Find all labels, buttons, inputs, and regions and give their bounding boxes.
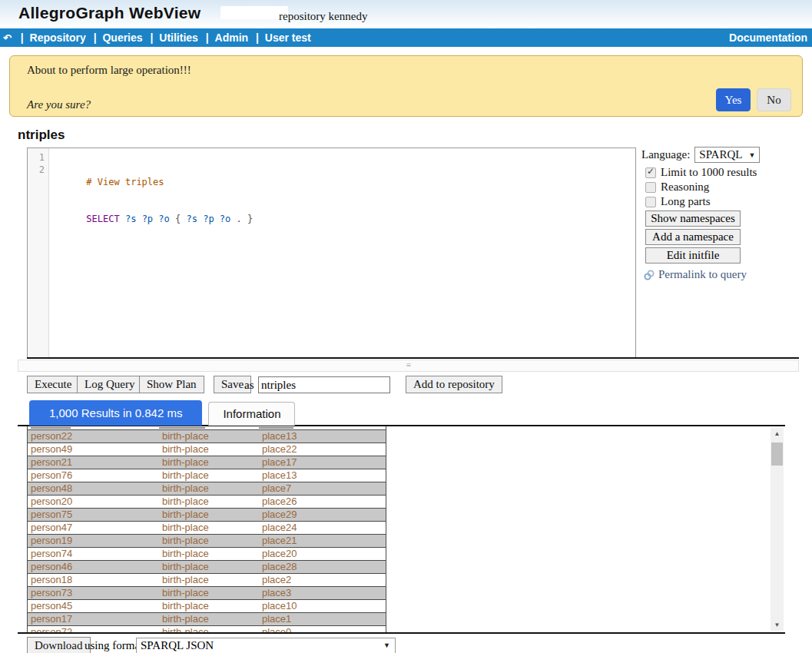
subject-cell[interactable]: person72 bbox=[31, 626, 162, 634]
subject-cell[interactable]: person73 bbox=[31, 587, 162, 599]
no-button[interactable]: No bbox=[757, 88, 791, 111]
object-cell[interactable]: place24 bbox=[262, 522, 386, 534]
subject-cell[interactable]: person17 bbox=[31, 613, 162, 625]
add-to-repository-button[interactable]: Add to repository bbox=[406, 376, 502, 393]
subject-cell[interactable]: person19 bbox=[31, 535, 162, 547]
table-row[interactable]: person47 birth-place place24 bbox=[28, 522, 386, 535]
object-cell[interactable]: place17 bbox=[262, 456, 386, 469]
yes-button[interactable]: Yes bbox=[716, 88, 751, 111]
table-row[interactable]: person46 birth-place place28 bbox=[28, 561, 386, 574]
checkbox-icon[interactable] bbox=[645, 197, 656, 207]
documentation-link[interactable]: Documentation bbox=[729, 28, 807, 47]
predicate-cell[interactable]: birth-place bbox=[162, 561, 262, 573]
predicate-cell[interactable]: birth-place bbox=[162, 587, 262, 599]
table-row[interactable]: person73 birth-place place3 bbox=[28, 587, 386, 600]
language-select[interactable]: SPARQL ▼ bbox=[694, 147, 760, 163]
predicate-cell[interactable]: birth-place bbox=[162, 482, 262, 495]
table-row[interactable]: person17 birth-place place1 bbox=[28, 613, 386, 626]
predicate-cell[interactable]: birth-place bbox=[162, 548, 262, 560]
object-cell[interactable]: place26 bbox=[262, 496, 386, 508]
subject-cell[interactable]: person20 bbox=[31, 496, 162, 508]
subject-cell[interactable]: person45 bbox=[31, 600, 162, 612]
execute-button[interactable]: Execute bbox=[27, 376, 79, 393]
predicate-cell[interactable]: birth-place bbox=[162, 522, 262, 534]
table-row[interactable]: person18 birth-place place2 bbox=[28, 574, 386, 587]
table-row[interactable]: person75 birth-place place29 bbox=[28, 509, 386, 522]
scroll-down-icon[interactable]: ▼ bbox=[771, 619, 784, 631]
checkbox-icon[interactable] bbox=[645, 182, 656, 193]
sidebar-button[interactable]: Edit initfile bbox=[645, 247, 741, 264]
object-cell[interactable]: place20 bbox=[262, 548, 386, 560]
object-cell[interactable]: place2 bbox=[262, 574, 386, 586]
editor-resize-handle[interactable]: ≡ bbox=[18, 360, 799, 372]
object-cell[interactable]: place21 bbox=[262, 535, 386, 547]
log-query-button[interactable]: Log Query bbox=[77, 376, 142, 393]
table-row[interactable]: person22 birth-place place13 bbox=[28, 430, 386, 443]
predicate-cell[interactable]: birth-place bbox=[162, 456, 262, 469]
predicate-cell[interactable]: birth-place bbox=[162, 443, 262, 456]
nav-item[interactable]: Queries bbox=[89, 28, 143, 47]
format-select[interactable]: SPARQL JSON ▼ bbox=[136, 638, 396, 653]
object-cell[interactable]: place10 bbox=[262, 600, 386, 612]
scrollbar-thumb[interactable] bbox=[771, 443, 783, 466]
option-checkbox-row[interactable]: Long parts bbox=[645, 195, 809, 208]
scroll-up-icon[interactable]: ▲ bbox=[771, 428, 784, 439]
subject-cell[interactable]: person46 bbox=[31, 561, 162, 573]
table-row[interactable]: person72 birth-place place0 bbox=[28, 626, 386, 634]
nav-item[interactable]: Admin bbox=[201, 28, 248, 47]
option-checkbox-row[interactable]: Limit to 1000 results bbox=[645, 166, 809, 179]
predicate-cell[interactable]: birth-place bbox=[162, 509, 262, 521]
subject-cell[interactable]: person75 bbox=[31, 509, 162, 521]
predicate-cell[interactable]: birth-place bbox=[162, 496, 262, 508]
table-row[interactable]: person48 birth-place place7 bbox=[28, 482, 386, 496]
table-row[interactable]: person20 birth-place place26 bbox=[28, 496, 386, 509]
show-plan-button[interactable]: Show Plan bbox=[139, 376, 204, 393]
nav-item[interactable]: Repository bbox=[16, 28, 86, 47]
object-cell[interactable]: place3 bbox=[262, 587, 386, 599]
results-tab[interactable]: Information bbox=[208, 402, 295, 426]
object-cell[interactable]: place7 bbox=[262, 482, 386, 495]
table-row[interactable]: person21 birth-place place17 bbox=[28, 456, 386, 469]
subject-cell[interactable]: person76 bbox=[31, 469, 162, 482]
predicate-cell[interactable]: birth-place bbox=[162, 626, 262, 634]
subject-cell[interactable]: person18 bbox=[31, 574, 162, 586]
subject-cell[interactable]: person48 bbox=[31, 482, 162, 495]
back-icon[interactable]: ↶ bbox=[3, 29, 12, 48]
sidebar-button[interactable]: Add a namespace bbox=[645, 229, 741, 245]
nav-item[interactable]: User test bbox=[251, 28, 311, 47]
object-cell[interactable]: place1 bbox=[262, 613, 386, 625]
predicate-cell[interactable]: birth-place bbox=[162, 613, 262, 625]
sidebar-button[interactable]: Show namespaces bbox=[645, 210, 741, 227]
results-tab[interactable]: 1,000 Results in 0.842 ms bbox=[29, 400, 202, 426]
object-cell[interactable]: place22 bbox=[262, 443, 386, 456]
results-scrollbar[interactable]: ▲ ▼ bbox=[771, 428, 784, 631]
option-checkbox-row[interactable]: Reasoning bbox=[645, 181, 809, 194]
save-name-input[interactable] bbox=[258, 376, 390, 393]
nav-item[interactable]: Utilities bbox=[145, 28, 197, 47]
checkbox-icon[interactable] bbox=[645, 167, 656, 178]
table-row[interactable]: person49 birth-place place22 bbox=[28, 443, 386, 456]
editor-code[interactable]: # View triples SELECT ?s ?p ?o { ?s ?p ?… bbox=[49, 148, 635, 357]
predicate-cell[interactable]: birth-place bbox=[162, 469, 262, 482]
object-cell[interactable]: place29 bbox=[262, 509, 386, 521]
permalink-link[interactable]: Permalink to query bbox=[658, 268, 747, 281]
object-cell[interactable]: place13 bbox=[262, 469, 386, 482]
object-cell[interactable]: place0 bbox=[262, 626, 386, 634]
object-cell[interactable]: place13 bbox=[262, 430, 386, 443]
table-row[interactable]: person76 birth-place place13 bbox=[28, 469, 386, 482]
subject-cell[interactable]: person22 bbox=[31, 430, 162, 443]
table-row[interactable]: person19 birth-place place21 bbox=[28, 535, 386, 548]
table-row[interactable]: person45 birth-place place10 bbox=[28, 600, 386, 613]
subject-cell[interactable]: person47 bbox=[31, 522, 162, 534]
download-button[interactable]: Download bbox=[27, 637, 91, 653]
query-editor[interactable]: 12 # View triples SELECT ?s ?p ?o { ?s ?… bbox=[27, 148, 636, 357]
subject-cell[interactable]: person74 bbox=[31, 548, 162, 560]
subject-cell[interactable]: person49 bbox=[31, 443, 162, 456]
table-row[interactable]: person74 birth-place place20 bbox=[28, 548, 386, 561]
predicate-cell[interactable]: birth-place bbox=[162, 600, 262, 612]
object-cell[interactable]: place28 bbox=[262, 561, 386, 573]
predicate-cell[interactable]: birth-place bbox=[162, 430, 262, 443]
predicate-cell[interactable]: birth-place bbox=[162, 574, 262, 586]
predicate-cell[interactable]: birth-place bbox=[162, 535, 262, 547]
subject-cell[interactable]: person21 bbox=[31, 456, 162, 469]
